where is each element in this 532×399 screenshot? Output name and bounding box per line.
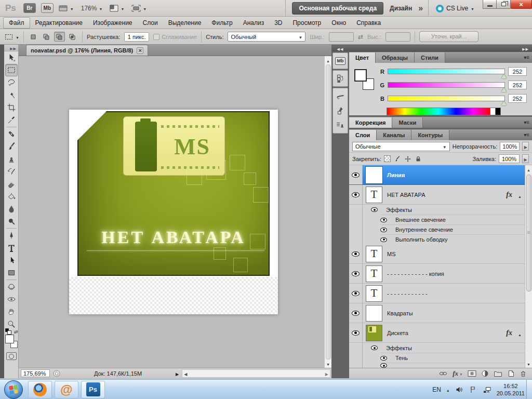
language-indicator[interactable]: EN bbox=[432, 386, 441, 393]
lock-all-icon[interactable] bbox=[415, 155, 422, 163]
menu-window[interactable]: Окно bbox=[326, 18, 351, 28]
history-panel-button[interactable] bbox=[334, 72, 347, 85]
show-desktop-button[interactable] bbox=[526, 380, 532, 399]
arrange-documents-button[interactable] bbox=[110, 5, 124, 12]
tab-color[interactable]: Цвет bbox=[349, 52, 376, 63]
menu-edit[interactable]: Редактирование bbox=[30, 18, 88, 28]
volume-icon[interactable] bbox=[455, 385, 464, 394]
scroll-right-icon[interactable] bbox=[325, 370, 328, 377]
document-canvas[interactable]: MS НЕТ АВАТАРА bbox=[69, 110, 278, 314]
new-group-icon[interactable] bbox=[494, 370, 502, 377]
layers-scrollbar[interactable] bbox=[525, 165, 532, 368]
slider-handle[interactable] bbox=[501, 74, 507, 78]
visibility-toggle[interactable] bbox=[349, 165, 363, 184]
black-swatch[interactable] bbox=[496, 108, 501, 115]
lock-position-icon[interactable] bbox=[404, 155, 411, 163]
effect-row-stroke[interactable]: Выполнить обводку bbox=[349, 234, 525, 244]
tool-presets-panel-button[interactable] bbox=[334, 104, 347, 117]
foreground-color-swatch[interactable] bbox=[5, 335, 14, 343]
layer-style-icon[interactable]: fx bbox=[453, 369, 458, 378]
move-tool[interactable] bbox=[5, 51, 18, 64]
green-value-input[interactable]: 252 bbox=[508, 81, 527, 89]
scrollbar-thumb[interactable] bbox=[326, 64, 331, 360]
menu-analysis[interactable]: Анализ bbox=[238, 18, 270, 28]
slider-handle[interactable] bbox=[501, 88, 507, 92]
refine-edge-button[interactable]: Уточн. край... bbox=[419, 31, 478, 42]
eyedropper-tool[interactable] bbox=[5, 114, 18, 126]
layer-thumbnail[interactable] bbox=[366, 167, 382, 183]
eye-icon[interactable] bbox=[380, 237, 387, 242]
brush-tool[interactable] bbox=[5, 140, 18, 153]
layer-row-diskette[interactable]: Дискета fx bbox=[349, 323, 525, 343]
screen-mode-button[interactable] bbox=[131, 5, 147, 12]
selection-mode-subtract-button[interactable] bbox=[54, 32, 65, 42]
menu-image[interactable]: Изображение bbox=[88, 18, 138, 28]
lock-transparency-icon[interactable] bbox=[384, 155, 391, 162]
rectangular-marquee-tool[interactable] bbox=[5, 64, 18, 76]
dock-collapse-button[interactable] bbox=[349, 45, 532, 52]
adjustment-layer-icon[interactable] bbox=[481, 370, 489, 377]
color-foreground-swatch[interactable] bbox=[354, 69, 367, 82]
height-input[interactable] bbox=[385, 32, 410, 42]
path-selection-tool[interactable] bbox=[5, 254, 18, 267]
panel-menu-icon[interactable] bbox=[524, 131, 529, 138]
3d-object-rotate-tool[interactable] bbox=[5, 281, 18, 293]
3d-camera-orbit-tool[interactable] bbox=[5, 293, 18, 305]
opacity-input[interactable]: 100% bbox=[500, 142, 520, 151]
red-value-input[interactable]: 252 bbox=[508, 67, 527, 76]
blend-mode-select[interactable]: Обычные bbox=[352, 142, 450, 151]
tab-styles[interactable]: Стили bbox=[415, 52, 445, 63]
launch-mini-bridge-button[interactable]: Mb bbox=[41, 3, 54, 13]
taskbar-photoshop-button[interactable]: Ps bbox=[81, 381, 105, 398]
scroll-up-icon[interactable] bbox=[326, 57, 330, 63]
scroll-up-icon[interactable] bbox=[527, 166, 530, 172]
slider-handle[interactable] bbox=[501, 101, 507, 105]
action-center-flag-icon[interactable] bbox=[469, 385, 477, 394]
layer-name[interactable]: Линия bbox=[387, 172, 405, 178]
feather-input[interactable]: 1 пикс. bbox=[124, 32, 149, 42]
tab-layers[interactable]: Слои bbox=[349, 130, 377, 140]
lock-pixels-icon[interactable] bbox=[394, 155, 401, 163]
scroll-left-icon[interactable] bbox=[184, 370, 187, 377]
layer-thumbnail[interactable] bbox=[366, 305, 382, 322]
red-slider[interactable] bbox=[388, 69, 505, 74]
network-icon[interactable] bbox=[483, 385, 491, 394]
blur-tool[interactable] bbox=[5, 203, 18, 215]
layer-thumbnail[interactable]: T bbox=[366, 187, 382, 203]
collapse-effects-icon[interactable] bbox=[518, 193, 522, 199]
vertical-scrollbar[interactable] bbox=[324, 56, 331, 368]
quick-mask-button[interactable] bbox=[6, 352, 17, 360]
workspace-button-essentials[interactable]: Основная рабочая среда bbox=[292, 2, 383, 15]
paint-bucket-tool[interactable] bbox=[5, 190, 18, 203]
blue-slider[interactable] bbox=[388, 96, 505, 101]
taskbar-mail-agent-button[interactable]: @ bbox=[55, 381, 78, 398]
visibility-toggle[interactable] bbox=[349, 244, 363, 263]
eye-icon[interactable] bbox=[380, 218, 387, 222]
link-layers-icon[interactable] bbox=[438, 370, 448, 377]
quick-selection-tool[interactable] bbox=[5, 89, 18, 101]
tab-adjustments[interactable]: Коррекция bbox=[349, 117, 392, 128]
menu-help[interactable]: Справка bbox=[351, 18, 386, 28]
fill-input[interactable]: 100% bbox=[499, 154, 520, 163]
minimize-button[interactable] bbox=[483, 0, 497, 9]
fill-slider-button[interactable] bbox=[522, 154, 529, 163]
blue-value-input[interactable]: 252 bbox=[508, 94, 527, 103]
selection-mode-add-button[interactable] bbox=[41, 32, 52, 42]
effect-row-inner-glow[interactable]: Внутреннее свечение bbox=[349, 224, 525, 234]
effect-row-outer-glow[interactable]: Внешнее свечение bbox=[349, 215, 525, 224]
clone-source-panel-button[interactable] bbox=[334, 118, 347, 132]
visibility-toggle[interactable] bbox=[349, 264, 363, 283]
add-layer-mask-icon[interactable] bbox=[468, 370, 476, 377]
menu-select[interactable]: Выделение bbox=[163, 18, 207, 28]
effect-row-shadow[interactable]: Тень bbox=[349, 353, 525, 363]
launch-bridge-button[interactable]: Br bbox=[23, 3, 36, 13]
type-tool[interactable] bbox=[5, 242, 18, 254]
delete-layer-icon[interactable] bbox=[520, 370, 527, 377]
panel-menu-icon[interactable] bbox=[524, 54, 529, 60]
hand-tool[interactable] bbox=[5, 305, 18, 318]
tab-channels[interactable]: Каналы bbox=[377, 130, 411, 140]
layer-row-ms[interactable]: T MS bbox=[349, 244, 525, 264]
eye-icon[interactable] bbox=[371, 345, 378, 350]
rectangle-shape-tool[interactable] bbox=[5, 267, 18, 279]
scroll-down-icon[interactable] bbox=[326, 361, 330, 367]
